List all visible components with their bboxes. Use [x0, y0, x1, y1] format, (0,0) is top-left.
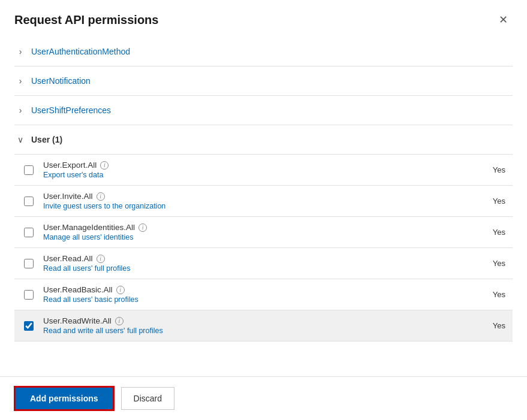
permission-row-user-manage-identities-all: User.ManageIdentities.All i Manage all u… [14, 217, 513, 248]
permission-info: User.Invite.All i Invite guest users to … [43, 192, 465, 210]
dialog-title: Request API permissions [14, 13, 158, 27]
section-user-authentication-method[interactable]: › UserAuthenticationMethod [14, 37, 513, 67]
consent-value: Yes [465, 165, 513, 174]
chevron-icon: › [14, 104, 26, 116]
section-label: User (1) [31, 135, 62, 144]
permission-checkbox-user-invite-all[interactable] [24, 197, 34, 206]
permission-info: User.ReadBasic.All i Read all users' bas… [43, 285, 465, 304]
discard-button[interactable]: Discard [121, 387, 174, 410]
section-label: UserNotification [31, 76, 91, 86]
checkbox-cell [14, 228, 43, 237]
permission-name: User.ReadWrite.All i [43, 316, 465, 325]
add-permissions-button[interactable]: Add permissions [14, 386, 114, 410]
permission-row-user-invite-all: User.Invite.All i Invite guest users to … [14, 186, 513, 217]
permission-info: User.Read.All i Read all users' full pro… [43, 254, 465, 273]
permission-checkbox-user-read-all[interactable] [24, 259, 34, 268]
close-button[interactable]: ✕ [494, 12, 513, 28]
permission-checkbox-user-manage-identities-all[interactable] [24, 228, 34, 237]
permission-description: Read all users' full profiles [43, 264, 465, 273]
info-icon[interactable]: i [97, 255, 105, 263]
chevron-down-icon: ∨ [14, 134, 26, 146]
checkbox-cell [14, 165, 43, 175]
consent-value: Yes [465, 321, 513, 330]
permission-description: Read all users' basic profiles [43, 295, 465, 304]
permission-row-user-export-all: User.Export.All i Export user's data Yes [14, 155, 513, 186]
chevron-icon: › [14, 46, 26, 58]
permission-checkbox-user-read-basic-all[interactable] [24, 290, 34, 300]
permission-name: User.ReadBasic.All i [43, 285, 465, 294]
request-api-permissions-dialog: Request API permissions ✕ › UserAuthenti… [0, 0, 527, 420]
info-icon[interactable]: i [116, 286, 125, 294]
section-user[interactable]: ∨ User (1) [14, 125, 513, 155]
section-user-shift-preferences[interactable]: › UserShiftPreferences [14, 96, 513, 125]
content-area: › UserAuthenticationMethod › UserNotific… [0, 37, 527, 376]
permission-info: User.ReadWrite.All i Read and write all … [43, 316, 465, 335]
permission-row-user-read-all: User.Read.All i Read all users' full pro… [14, 248, 513, 279]
permission-checkbox-user-readwrite-all[interactable] [24, 321, 34, 331]
consent-value: Yes [465, 290, 513, 299]
permission-description: Invite guest users to the organization [43, 202, 465, 210]
content-wrapper: › UserAuthenticationMethod › UserNotific… [0, 37, 527, 376]
info-icon[interactable]: i [115, 317, 124, 325]
chevron-icon: › [14, 75, 26, 87]
checkbox-cell [14, 321, 43, 331]
permission-checkbox-user-export-all[interactable] [24, 165, 34, 175]
section-user-notification[interactable]: › UserNotification [14, 67, 513, 96]
info-icon[interactable]: i [138, 223, 147, 232]
section-label: UserShiftPreferences [31, 105, 111, 115]
checkbox-cell [14, 290, 43, 300]
permission-name: User.Read.All i [43, 254, 465, 263]
permission-description: Read and write all users' full profiles [43, 327, 465, 335]
dialog-header: Request API permissions ✕ [0, 0, 527, 37]
checkbox-cell [14, 197, 43, 206]
dialog-footer: Add permissions Discard [0, 376, 527, 420]
close-icon: ✕ [499, 14, 508, 26]
permission-row-user-readwrite-all: User.ReadWrite.All i Read and write all … [14, 310, 513, 342]
permission-info: User.Export.All i Export user's data [43, 161, 465, 179]
info-icon[interactable]: i [97, 192, 105, 201]
consent-value: Yes [465, 259, 513, 268]
info-icon[interactable]: i [100, 161, 109, 170]
permission-name: User.Invite.All i [43, 192, 465, 201]
permission-row-user-read-basic-all: User.ReadBasic.All i Read all users' bas… [14, 279, 513, 310]
permission-description: Export user's data [43, 171, 465, 179]
section-label: UserAuthenticationMethod [31, 47, 130, 56]
permission-description: Manage all users' identities [43, 233, 465, 241]
consent-value: Yes [465, 228, 513, 237]
permission-info: User.ManageIdentities.All i Manage all u… [43, 223, 465, 241]
permission-name: User.ManageIdentities.All i [43, 223, 465, 232]
checkbox-cell [14, 259, 43, 268]
consent-value: Yes [465, 197, 513, 206]
permission-name: User.Export.All i [43, 161, 465, 170]
